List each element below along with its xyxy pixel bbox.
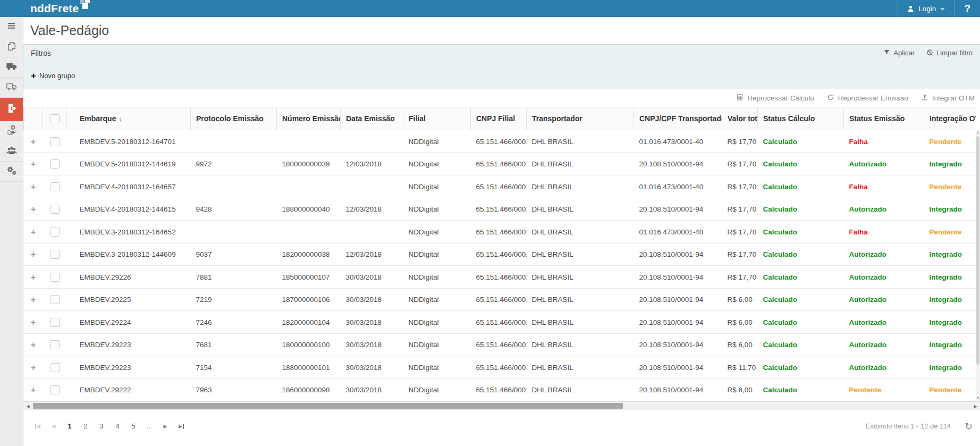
sidebar-item-menu[interactable] (0, 17, 23, 37)
vertical-scrollbar-thumb[interactable] (976, 136, 979, 365)
cell-numero: 185000000107 (277, 266, 341, 289)
pager-page-4[interactable]: 4 (111, 419, 124, 433)
column-header-transportador[interactable]: Transportador (527, 107, 634, 130)
column-header-status_emissao[interactable]: Status Emissão (844, 107, 924, 130)
column-header-protocolo[interactable]: Protocolo Emissão (191, 107, 277, 130)
cell-filial: NDDigital (403, 266, 471, 289)
pager-next-button[interactable]: ▶ (158, 419, 172, 433)
cell-expand: + (24, 130, 43, 153)
cell-embarque: EMBDEV.4-20180312-144615 (67, 198, 191, 221)
expand-row-button[interactable]: + (31, 137, 36, 147)
pager-page-2[interactable]: 2 (79, 419, 92, 433)
pager-page-1[interactable]: 1 (63, 419, 77, 433)
column-header-valor[interactable]: Valor total (722, 107, 758, 130)
sidebar-nav (0, 17, 23, 446)
pager-page-3[interactable]: 3 (95, 419, 108, 433)
cell-data (341, 130, 403, 153)
sidebar-item-truck[interactable] (0, 57, 23, 78)
row-checkbox[interactable] (50, 363, 60, 372)
truck-icon (6, 61, 18, 74)
cell-cnpj_filial: 65.151.466/0001-33 (471, 130, 527, 153)
cell-valor: R$ 6,00 (722, 288, 758, 311)
expand-row-button[interactable]: + (31, 317, 36, 327)
cell-data (341, 175, 403, 198)
cell-protocolo: 7881 (191, 266, 277, 289)
sidebar-item-users[interactable] (0, 141, 23, 162)
row-checkbox[interactable] (50, 250, 60, 259)
expand-row-button[interactable]: + (31, 159, 36, 169)
help-button[interactable]: ? (954, 0, 980, 17)
cell-integracao: Integrado (924, 288, 976, 311)
pager-ellipsis[interactable]: ... (142, 419, 156, 433)
scroll-up-icon[interactable]: ▲ (976, 130, 980, 135)
column-header-integracao[interactable]: Integração OTM (924, 107, 976, 130)
expand-row-button[interactable]: + (31, 249, 36, 259)
sidebar-item-settings[interactable] (0, 162, 23, 182)
column-header-cnpj_transportador[interactable]: CNPJ/CPF Transportador (634, 107, 722, 130)
pager-first-button[interactable]: ◀ (31, 419, 45, 433)
expand-row-button[interactable]: + (31, 363, 36, 373)
expand-row-button[interactable]: + (31, 294, 36, 305)
row-checkbox[interactable] (50, 228, 60, 237)
cell-status_calculo: Calculado (758, 378, 844, 401)
row-checkbox[interactable] (50, 340, 60, 349)
sidebar-item-payments[interactable] (0, 121, 23, 141)
row-checkbox[interactable] (50, 159, 60, 169)
column-header-filial[interactable]: Filial (403, 107, 471, 130)
column-header-data[interactable]: Data Emissão (341, 107, 403, 130)
expand-row-button[interactable]: + (31, 385, 36, 395)
cell-embarque: EMBDEV.29223 (67, 356, 191, 379)
expand-row-button[interactable]: + (31, 227, 36, 237)
pager-page-5[interactable]: 5 (126, 419, 140, 433)
cell-filial: NDDigital (403, 288, 471, 311)
column-header-numero[interactable]: Número Emissão (277, 107, 341, 130)
clear-filter-button[interactable]: Limpar filtro (926, 49, 973, 57)
expand-row-button[interactable]: + (31, 182, 36, 192)
apply-filter-button[interactable]: Aplicar (883, 49, 915, 57)
refresh-grid-button[interactable]: ↻ (965, 422, 973, 431)
horizontal-scrollbar-thumb[interactable] (33, 403, 623, 409)
cell-status_emissao: Autorizado (844, 356, 924, 379)
cell-embarque: EMBDEV.29225 (67, 288, 191, 311)
expand-row-button[interactable]: + (31, 204, 36, 214)
row-checkbox[interactable] (50, 137, 60, 146)
vertical-scrollbar[interactable]: ▲ ▼ (976, 130, 980, 401)
filters-title: Filtros (31, 49, 51, 57)
scroll-down-icon[interactable]: ▼ (976, 395, 980, 401)
horizontal-scrollbar[interactable]: ◀ ▶ (23, 401, 980, 410)
cell-transportador: DHL BRASIL (527, 311, 634, 334)
column-header-embarque[interactable]: Embarque↓ (67, 107, 191, 130)
row-checkbox[interactable] (50, 205, 60, 214)
select-all-checkbox[interactable] (50, 114, 60, 123)
cell-data: 12/03/2018 (341, 243, 403, 266)
table-row: +EMBDEV.29222796318600000009830/03/2018N… (24, 378, 976, 401)
reprocess-calculation-button[interactable]: Reprocessar Cálculo (736, 94, 814, 103)
cell-filial: NDDigital (403, 378, 471, 401)
expand-row-button[interactable]: + (31, 272, 36, 282)
cell-status_emissao: Autorizado (844, 153, 924, 175)
sidebar-item-vale-pedagio[interactable] (0, 98, 23, 121)
cell-cnpj_transportador: 20.108.510/0001-94 (634, 356, 722, 379)
cell-cnpj_filial: 65.151.466/0001-33 (471, 266, 527, 289)
pager-last-button[interactable]: ▶ (174, 419, 188, 433)
sidebar-item-delivery[interactable] (0, 78, 23, 98)
row-checkbox[interactable] (50, 385, 60, 394)
row-checkbox[interactable] (50, 318, 60, 327)
reprocess-emission-button[interactable]: Reprocessar Emissão (827, 94, 908, 103)
sidebar-item-documents[interactable] (0, 37, 23, 57)
row-checkbox[interactable] (50, 273, 60, 282)
row-checkbox[interactable] (50, 182, 60, 191)
table-row: +EMBDEV.29223768118000000010030/03/2018N… (24, 333, 976, 356)
column-header-cnpj_filial[interactable]: CNPJ Filial (471, 107, 527, 130)
scroll-right-icon[interactable]: ▶ (971, 402, 980, 410)
pager: ◀◀12345...▶▶ (31, 419, 188, 433)
column-header-status_calculo[interactable]: Status Cálculo (758, 107, 844, 130)
cell-embarque: EMBDEV.3-20180312-164652 (67, 221, 191, 243)
expand-row-button[interactable]: + (31, 340, 36, 350)
login-menu[interactable]: Login (898, 0, 954, 17)
pager-prev-button[interactable]: ◀ (47, 419, 61, 433)
scroll-left-icon[interactable]: ◀ (23, 402, 32, 410)
integrate-otm-button[interactable]: Integrar OTM (921, 94, 975, 103)
row-checkbox[interactable] (50, 295, 60, 304)
new-group-button[interactable]: + Novo grupo (31, 71, 75, 80)
